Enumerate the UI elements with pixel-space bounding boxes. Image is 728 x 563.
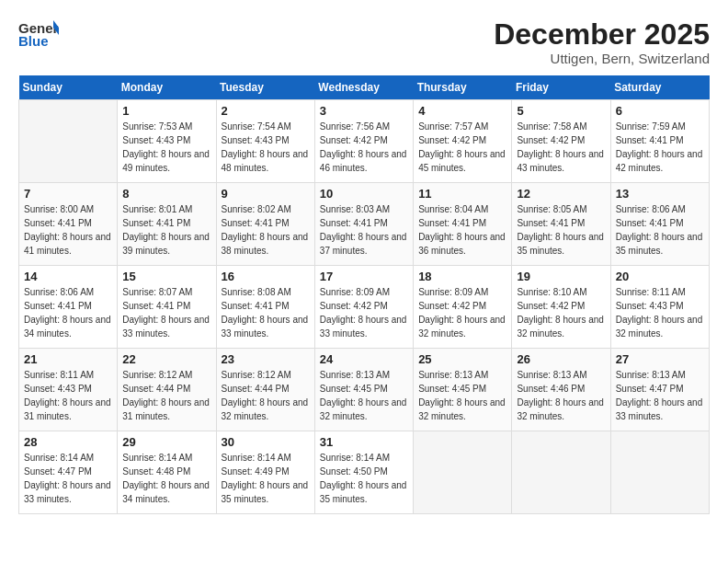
location: Uttigen, Bern, Switzerland xyxy=(494,51,710,66)
calendar-cell: 11Sunrise: 8:04 AMSunset: 4:41 PMDayligh… xyxy=(414,183,512,266)
calendar-cell xyxy=(610,431,709,514)
day-number: 2 xyxy=(222,104,310,118)
day-header-sunday: Sunday xyxy=(19,75,118,100)
cell-info: Sunrise: 8:14 AMSunset: 4:49 PMDaylight:… xyxy=(222,451,310,506)
day-header-thursday: Thursday xyxy=(414,75,512,100)
day-number: 4 xyxy=(418,104,506,118)
calendar-cell: 21Sunrise: 8:11 AMSunset: 4:43 PMDayligh… xyxy=(19,349,118,431)
calendar-cell: 19Sunrise: 8:10 AMSunset: 4:42 PMDayligh… xyxy=(512,266,610,349)
day-number: 22 xyxy=(122,352,210,366)
day-number: 21 xyxy=(24,352,112,366)
calendar-cell: 3Sunrise: 7:56 AMSunset: 4:42 PMDaylight… xyxy=(314,100,413,183)
calendar-cell: 16Sunrise: 8:08 AMSunset: 4:41 PMDayligh… xyxy=(216,266,314,349)
day-number: 1 xyxy=(122,104,210,118)
calendar-cell: 4Sunrise: 7:57 AMSunset: 4:42 PMDaylight… xyxy=(414,100,512,183)
day-number: 15 xyxy=(122,270,210,283)
cell-info: Sunrise: 7:57 AMSunset: 4:42 PMDaylight:… xyxy=(418,120,506,175)
calendar-cell: 5Sunrise: 7:58 AMSunset: 4:42 PMDaylight… xyxy=(512,100,610,183)
calendar-cell xyxy=(19,100,118,183)
day-number: 9 xyxy=(222,187,310,201)
calendar-week-row: 7Sunrise: 8:00 AMSunset: 4:41 PMDaylight… xyxy=(19,183,710,266)
day-number: 6 xyxy=(616,104,704,118)
day-number: 13 xyxy=(616,187,704,201)
day-number: 19 xyxy=(517,270,605,283)
calendar-table: SundayMondayTuesdayWednesdayThursdayFrid… xyxy=(18,75,710,514)
calendar-cell: 14Sunrise: 8:06 AMSunset: 4:41 PMDayligh… xyxy=(19,266,118,349)
calendar-week-row: 28Sunrise: 8:14 AMSunset: 4:47 PMDayligh… xyxy=(19,431,710,514)
day-header-wednesday: Wednesday xyxy=(314,75,413,100)
day-number: 30 xyxy=(222,435,310,449)
cell-info: Sunrise: 8:09 AMSunset: 4:42 PMDaylight:… xyxy=(320,285,408,340)
day-number: 29 xyxy=(122,435,210,449)
calendar-week-row: 1Sunrise: 7:53 AMSunset: 4:43 PMDaylight… xyxy=(19,100,710,183)
cell-info: Sunrise: 7:53 AMSunset: 4:43 PMDaylight:… xyxy=(122,120,210,175)
cell-info: Sunrise: 8:11 AMSunset: 4:43 PMDaylight:… xyxy=(616,285,704,340)
day-number: 26 xyxy=(517,352,605,366)
day-number: 28 xyxy=(24,435,112,449)
page-header: General Blue December 2025 Uttigen, Bern… xyxy=(18,18,710,66)
cell-info: Sunrise: 7:54 AMSunset: 4:43 PMDaylight:… xyxy=(222,120,310,175)
day-number: 18 xyxy=(418,270,506,283)
day-number: 27 xyxy=(616,352,704,366)
calendar-cell: 31Sunrise: 8:14 AMSunset: 4:50 PMDayligh… xyxy=(314,431,413,514)
calendar-cell: 6Sunrise: 7:59 AMSunset: 4:41 PMDaylight… xyxy=(610,100,709,183)
day-header-friday: Friday xyxy=(512,75,610,100)
cell-info: Sunrise: 8:06 AMSunset: 4:41 PMDaylight:… xyxy=(24,285,112,340)
logo-icon: General Blue xyxy=(18,18,59,48)
calendar-cell: 30Sunrise: 8:14 AMSunset: 4:49 PMDayligh… xyxy=(216,431,314,514)
calendar-cell: 8Sunrise: 8:01 AMSunset: 4:41 PMDaylight… xyxy=(118,183,216,266)
calendar-cell: 25Sunrise: 8:13 AMSunset: 4:45 PMDayligh… xyxy=(414,349,512,431)
calendar-cell: 13Sunrise: 8:06 AMSunset: 4:41 PMDayligh… xyxy=(610,183,709,266)
day-number: 24 xyxy=(320,352,408,366)
calendar-header-row: SundayMondayTuesdayWednesdayThursdayFrid… xyxy=(19,75,710,100)
day-number: 5 xyxy=(517,104,605,118)
calendar-cell: 27Sunrise: 8:13 AMSunset: 4:47 PMDayligh… xyxy=(610,349,709,431)
cell-info: Sunrise: 8:12 AMSunset: 4:44 PMDaylight:… xyxy=(122,368,210,423)
cell-info: Sunrise: 8:13 AMSunset: 4:47 PMDaylight:… xyxy=(616,368,704,423)
cell-info: Sunrise: 8:04 AMSunset: 4:41 PMDaylight:… xyxy=(418,202,506,258)
calendar-cell: 2Sunrise: 7:54 AMSunset: 4:43 PMDaylight… xyxy=(216,100,314,183)
logo: General Blue xyxy=(18,18,59,48)
cell-info: Sunrise: 8:01 AMSunset: 4:41 PMDaylight:… xyxy=(122,202,210,258)
calendar-cell xyxy=(512,431,610,514)
cell-info: Sunrise: 8:14 AMSunset: 4:47 PMDaylight:… xyxy=(24,451,112,506)
cell-info: Sunrise: 8:12 AMSunset: 4:44 PMDaylight:… xyxy=(222,368,310,423)
day-number: 31 xyxy=(320,435,408,449)
calendar-cell: 9Sunrise: 8:02 AMSunset: 4:41 PMDaylight… xyxy=(216,183,314,266)
day-number: 12 xyxy=(517,187,605,201)
calendar-cell: 12Sunrise: 8:05 AMSunset: 4:41 PMDayligh… xyxy=(512,183,610,266)
calendar-cell: 1Sunrise: 7:53 AMSunset: 4:43 PMDaylight… xyxy=(118,100,216,183)
day-number: 3 xyxy=(320,104,408,118)
day-header-monday: Monday xyxy=(118,75,216,100)
calendar-cell: 22Sunrise: 8:12 AMSunset: 4:44 PMDayligh… xyxy=(118,349,216,431)
cell-info: Sunrise: 8:09 AMSunset: 4:42 PMDaylight:… xyxy=(418,285,506,340)
calendar-week-row: 21Sunrise: 8:11 AMSunset: 4:43 PMDayligh… xyxy=(19,349,710,431)
cell-info: Sunrise: 8:06 AMSunset: 4:41 PMDaylight:… xyxy=(616,202,704,258)
cell-info: Sunrise: 8:07 AMSunset: 4:41 PMDaylight:… xyxy=(122,285,210,340)
cell-info: Sunrise: 8:13 AMSunset: 4:45 PMDaylight:… xyxy=(320,368,408,423)
calendar-cell: 20Sunrise: 8:11 AMSunset: 4:43 PMDayligh… xyxy=(610,266,709,349)
cell-info: Sunrise: 8:08 AMSunset: 4:41 PMDaylight:… xyxy=(222,285,310,340)
cell-info: Sunrise: 7:59 AMSunset: 4:41 PMDaylight:… xyxy=(616,120,704,175)
day-number: 23 xyxy=(222,352,310,366)
day-number: 10 xyxy=(320,187,408,201)
day-header-tuesday: Tuesday xyxy=(216,75,314,100)
day-number: 20 xyxy=(616,270,704,283)
calendar-cell: 29Sunrise: 8:14 AMSunset: 4:48 PMDayligh… xyxy=(118,431,216,514)
calendar-cell: 7Sunrise: 8:00 AMSunset: 4:41 PMDaylight… xyxy=(19,183,118,266)
day-number: 8 xyxy=(122,187,210,201)
cell-info: Sunrise: 8:03 AMSunset: 4:41 PMDaylight:… xyxy=(320,202,408,258)
cell-info: Sunrise: 8:14 AMSunset: 4:48 PMDaylight:… xyxy=(122,451,210,506)
cell-info: Sunrise: 8:10 AMSunset: 4:42 PMDaylight:… xyxy=(517,285,605,340)
calendar-cell: 26Sunrise: 8:13 AMSunset: 4:46 PMDayligh… xyxy=(512,349,610,431)
calendar-cell: 10Sunrise: 8:03 AMSunset: 4:41 PMDayligh… xyxy=(314,183,413,266)
day-number: 14 xyxy=(24,270,112,283)
calendar-cell: 24Sunrise: 8:13 AMSunset: 4:45 PMDayligh… xyxy=(314,349,413,431)
calendar-week-row: 14Sunrise: 8:06 AMSunset: 4:41 PMDayligh… xyxy=(19,266,710,349)
cell-info: Sunrise: 8:13 AMSunset: 4:45 PMDaylight:… xyxy=(418,368,506,423)
calendar-cell: 15Sunrise: 8:07 AMSunset: 4:41 PMDayligh… xyxy=(118,266,216,349)
cell-info: Sunrise: 8:13 AMSunset: 4:46 PMDaylight:… xyxy=(517,368,605,423)
cell-info: Sunrise: 8:11 AMSunset: 4:43 PMDaylight:… xyxy=(24,368,112,423)
day-number: 16 xyxy=(222,270,310,283)
cell-info: Sunrise: 8:02 AMSunset: 4:41 PMDaylight:… xyxy=(222,202,310,258)
